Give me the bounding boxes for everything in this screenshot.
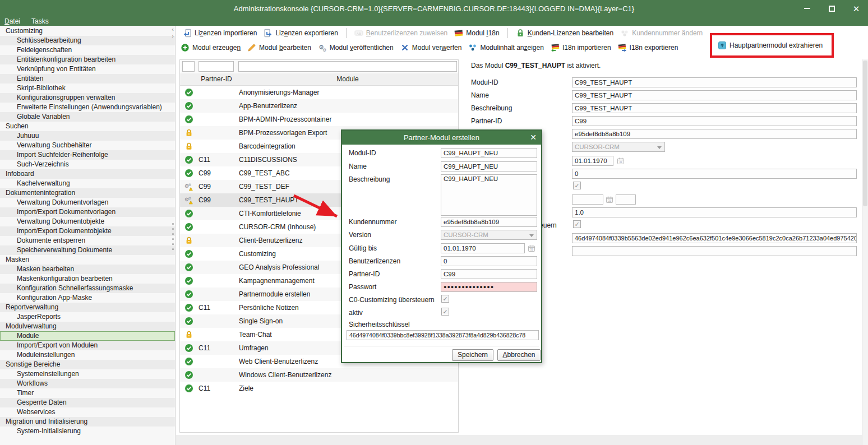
table-row-bpm-admin-prozesscontainer[interactable]: BPM-ADMIN-Prozesscontainer	[180, 113, 458, 126]
filter-status-input[interactable]	[182, 61, 195, 72]
sidebar-item-suchen[interactable]: Suchen	[0, 122, 175, 131]
sidebar-item-workflows[interactable]: Workflows	[0, 379, 175, 388]
minimize-icon[interactable]	[801, 2, 813, 15]
detail-field-modul-id[interactable]: C99_TEST_HAUPT	[572, 77, 857, 87]
dialog-field-beschreibung[interactable]: C99_HAUPT_NEU	[441, 174, 537, 216]
dialog-field-gueltig-bis[interactable]: 01.01.1970	[441, 243, 525, 253]
dialog-field-modul-id[interactable]: C99_HAUPT_NEU	[441, 148, 537, 158]
sidebar-item-reportverwaltung[interactable]: Reportverwaltung	[0, 303, 175, 312]
calendar-icon[interactable]: 31	[528, 244, 535, 252]
dialog-field-sicherheitsschluessel[interactable]: 46d4974084f0339bbc8ef39928f1338a392873f8…	[347, 330, 539, 340]
sidebar-item-import-suchfelder-reihenfolge[interactable]: Import Suchfelder-Reihenfolge	[0, 150, 175, 160]
sidebar-item-module[interactable]: Module	[0, 331, 175, 341]
toolbar-i18n-exportieren[interactable]: I18n exportieren	[618, 43, 678, 52]
toolbar-lizenzen-exportieren[interactable]: Lizenzen exportieren	[264, 29, 338, 38]
detail-field-benutzerlizenzen[interactable]: 0	[572, 169, 857, 179]
detail-field-gueltig-bis[interactable]: 01.01.1970	[572, 156, 613, 166]
sidebar-item-konfigurationsgruppen-verwalten[interactable]: Konfigurationsgruppen verwalten	[0, 93, 175, 103]
sidebar-expand-icon[interactable]: ›	[172, 33, 174, 39]
sidebar-item-dokumente-entsperren[interactable]: Dokumente entsperren	[0, 236, 175, 245]
detail-field-beschreibung[interactable]: C99_TEST_HAUPT	[572, 103, 857, 113]
toolbar-modulinhalt-anzeigen[interactable]: Modulinhalt anzeigen	[468, 43, 543, 52]
dialog-checkbox-uebersteuern[interactable]: ✓	[441, 295, 449, 303]
sidebar-item-migration-und-initialisierung[interactable]: Migration und Initialisierung	[0, 417, 175, 427]
sidebar-item-dokumentenintegration[interactable]: Dokumentenintegration	[0, 188, 175, 198]
sidebar-item-customizing[interactable]: Customizing	[0, 26, 175, 36]
toolbar-modul-erzeugen[interactable]: Modul erzeugen	[181, 43, 241, 52]
detail-select-version[interactable]: CURSOR-CRM	[572, 142, 665, 152]
sidebar-item-skript-bibliothek[interactable]: Skript-Bibliothek	[0, 84, 175, 93]
dialog-field-benutzerlizenzen[interactable]: 0	[441, 256, 537, 266]
sidebar-item-feldeigenschaften[interactable]: Feldeigenschaften	[0, 45, 175, 55]
sidebar-item-globale-variablen[interactable]: Globale Variablen	[0, 112, 175, 122]
filter-module-input[interactable]	[238, 61, 457, 72]
dialog-field-partner-id[interactable]: C99	[441, 269, 537, 279]
sidebar-item-maskenkonfiguration-bearbeiten[interactable]: Maskenkonfiguration bearbeiten	[0, 274, 175, 284]
toolbar-modul-bearbeiten[interactable]: Modul bearbeiten	[247, 43, 311, 52]
dialog-select-version[interactable]: CURSOR-CRM	[441, 230, 537, 240]
sidebar-item-kachelverwaltung[interactable]: Kachelverwaltung	[0, 179, 175, 188]
toolbar-modul-verwerfen[interactable]: Modul verwerfen	[400, 43, 462, 52]
toolbar-i18n-importieren[interactable]: I18n importieren	[551, 43, 611, 52]
detail-field-empty-small[interactable]	[616, 194, 636, 205]
table-row-app-benutzerlizenz[interactable]: App-Benutzerlizenz	[180, 99, 458, 113]
dialog-field-kundennummer[interactable]: e95def8db8a8b109	[441, 217, 537, 227]
detail-field-partner-id[interactable]: C99	[572, 116, 857, 126]
toolbar-kunden-lizenzen-bearbeiten[interactable]: Kunden-Lizenzen bearbeiten	[516, 29, 613, 38]
sidebar-item-verwaltung-suchbehaelter[interactable]: Verwaltung Suchbehälter	[0, 141, 175, 150]
column-header-module[interactable]: Module	[238, 75, 457, 83]
filter-partner-id-input[interactable]	[198, 61, 234, 72]
menu-tasks[interactable]: Tasks	[31, 17, 49, 25]
table-row-anonymisierungs-manager[interactable]: Anonymisierungs-Manager	[180, 86, 458, 99]
column-header-partner-id[interactable]: Partner-ID	[198, 75, 234, 83]
dialog-checkbox-aktiv[interactable]: ✓	[441, 308, 449, 316]
detail-field-sicherheitsschluessel[interactable]: 46d4974084f0339b5563de02ed941e962c6ea632…	[572, 233, 857, 243]
sidebar-item-masken-bearbeiten[interactable]: Masken bearbeiten	[0, 265, 175, 274]
toolbar-modul-i18n[interactable]: Modul I18n	[454, 29, 499, 38]
sidebar-item-timer[interactable]: Timer	[0, 388, 175, 398]
detail-field-versionsnummer[interactable]: 1.0	[572, 207, 857, 217]
sidebar-item-schluesselbearbeitung[interactable]: Schlüsselbearbeitung	[0, 36, 175, 45]
sidebar-item-verwaltung-dokumentvorlagen[interactable]: Verwaltung Dokumentvorlagen	[0, 198, 175, 207]
cancel-button[interactable]: Abbrechen	[497, 349, 541, 361]
sidebar-item-system-initialisierung[interactable]: System-Initialisierung	[0, 427, 175, 436]
sidebar-collapse-icon[interactable]: ‹	[172, 26, 174, 33]
sidebar-item-import-export-von-modulen[interactable]: Import/Export von Modulen	[0, 341, 175, 350]
detail-field-kundennummer[interactable]: e95def8db8a8b109	[572, 129, 857, 139]
close-icon[interactable]: ✕	[850, 2, 862, 15]
table-row-windows-client-benutzerlizenz[interactable]: Windows Client-Benutzerlizenz	[180, 368, 458, 382]
sidebar-item-such-verzeichnis[interactable]: Such-Verzeichnis	[0, 160, 175, 169]
table-row-ziele[interactable]: C11Ziele	[180, 382, 458, 395]
calendar-icon[interactable]: 31	[617, 157, 625, 165]
detail-field-empty-date[interactable]	[572, 194, 603, 205]
sidebar-item-entitaeten[interactable]: Entitäten	[0, 74, 175, 84]
sidebar-item-jasperreports[interactable]: JasperReports	[0, 312, 175, 322]
maximize-icon[interactable]	[825, 2, 838, 15]
sidebar-item-import-export-dokumentvorlagen[interactable]: Import/Export Dokumentvorlagen	[0, 207, 175, 217]
sidebar-item-erweiterte-einstellungen-anwendungsvariablen[interactable]: Erweiterte Einstellungen (Anwendungsvari…	[0, 103, 175, 112]
sidebar-item-modulverwaltung[interactable]: Modulverwaltung	[0, 322, 175, 331]
dialog-field-passwort[interactable]: ●●●●●●●●●●●●●●	[441, 282, 537, 292]
sidebar-item-verknuepfung-von-entitaeten[interactable]: Verknüpfung von Entitäten	[0, 64, 175, 74]
sidebar-item-moduleinstellungen[interactable]: Moduleinstellungen	[0, 350, 175, 360]
toolbar-hauptpartnermodul-extrahieren[interactable]: Hauptpartnermodul extrahieren	[718, 41, 823, 50]
detail-checkbox-1[interactable]: ✓	[573, 182, 581, 189]
sidebar-item-webservices[interactable]: Webservices	[0, 407, 175, 417]
detail-field-empty-bottom[interactable]	[572, 246, 857, 256]
sidebar-item-konfiguration-app-maske[interactable]: Konfiguration App-Maske	[0, 293, 175, 303]
sidebar-item-import-export-dokumentobjekte[interactable]: Import/Export Dokumentobjekte	[0, 226, 175, 236]
sidebar-item-speicherverwaltung-dokumente[interactable]: Speicherverwaltung Dokumente	[0, 245, 175, 255]
sidebar-item-verwaltung-dokumentobjekte[interactable]: Verwaltung Dokumentobjekte	[0, 217, 175, 226]
save-button[interactable]: Speichern	[452, 349, 493, 361]
sidebar-item-masken[interactable]: Masken	[0, 255, 175, 265]
calendar-icon[interactable]: 31	[606, 196, 613, 203]
dialog-field-name[interactable]: C99_HAUPT_NEU	[441, 161, 537, 171]
sidebar-item-juhuuu[interactable]: Juhuuu	[0, 131, 175, 141]
sidebar-item-entitaetenkonfiguration-bearbeiten[interactable]: Entitätenkonfiguration bearbeiten	[0, 55, 175, 64]
sidebar-item-gesperrte-daten[interactable]: Gesperrte Daten	[0, 398, 175, 407]
toolbar-modul-veroeffentlichen[interactable]: ⚙⚙Modul veröffentlichen	[318, 43, 394, 52]
dialog-close-icon[interactable]: ✕	[530, 133, 537, 142]
detail-checkbox-uebersteuern[interactable]: ✓	[573, 220, 581, 228]
sidebar-splitter-handle[interactable]	[172, 223, 174, 252]
sidebar-item-systemeinstellungen[interactable]: Systemeinstellungen	[0, 369, 175, 379]
